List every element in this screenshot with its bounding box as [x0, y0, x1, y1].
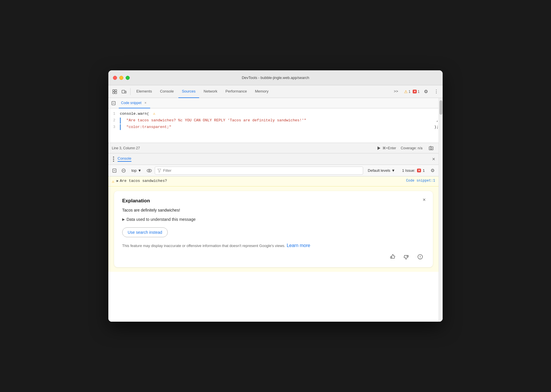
console-settings-icon[interactable]: ⚙	[429, 167, 436, 174]
clear-console-icon[interactable]	[120, 167, 127, 174]
error-count: 1	[418, 90, 420, 94]
filter-input[interactable]	[163, 168, 361, 173]
svg-rect-18	[407, 255, 408, 257]
warning-badge: ⚠ 1	[404, 89, 411, 94]
tab-sources[interactable]: Sources	[178, 85, 199, 98]
explanation-title: Explanation	[122, 198, 425, 204]
svg-rect-4	[122, 90, 125, 93]
console-close-icon[interactable]: ×	[432, 157, 435, 162]
error-icon: ✕	[413, 90, 417, 93]
line-comma-2: ,	[436, 118, 439, 124]
default-levels-button[interactable]: Default levels ▼	[365, 167, 398, 174]
svg-rect-3	[115, 92, 117, 94]
console-header: Console ×	[108, 153, 439, 165]
svg-rect-5	[125, 91, 126, 93]
data-used-row[interactable]: ▶ Data used to understand this message	[122, 217, 425, 222]
explanation-card: Explanation Tacos are definitely sandwic…	[114, 191, 433, 267]
code-editor[interactable]: 1 console.warn( ⚠ 2 "Are tacos sandwiche…	[108, 108, 439, 143]
disclaimer-area: This feature may display inaccurate or o…	[122, 243, 425, 260]
main-content-wrap: Code snippet × 1 console.warn( ⚠ 2 "Are …	[108, 98, 443, 322]
indent-bar-2	[120, 118, 121, 124]
tab-performance[interactable]: Performance	[222, 85, 250, 98]
default-levels-dropdown-icon: ▼	[391, 168, 395, 173]
code-line-3: 3 "color:transparent;");	[108, 124, 439, 131]
snippet-panel-icon	[111, 100, 116, 106]
warn-source-link[interactable]: Code snippet:1	[406, 179, 435, 183]
code-line-2: 2 "Are tacos sandwiches? %c YOU CAN ONLY…	[108, 117, 439, 124]
line-number-2: 2	[108, 118, 120, 123]
eye-filter-icon[interactable]	[146, 167, 153, 174]
tab-network[interactable]: Network	[200, 85, 221, 98]
run-shortcut: ⌘+Enter	[382, 146, 396, 150]
warning-count: 1	[409, 90, 411, 94]
console-content: ⚠ ▶ Are tacos sandwiches? Code snippet:1…	[108, 176, 439, 322]
run-button[interactable]: ⌘+Enter	[377, 146, 396, 150]
line-content-2: "Are tacos sandwiches? %c YOU CAN ONLY R…	[122, 118, 436, 124]
explanation-close-button[interactable]: ×	[420, 196, 428, 204]
data-used-arrow: ▶	[122, 217, 125, 221]
context-label: top	[131, 168, 137, 173]
line-content-1: console.warn( ⚠	[120, 111, 439, 117]
toolbar-separator	[130, 88, 131, 95]
console-panel-icon[interactable]	[111, 167, 118, 174]
toolbar-right: >> ⚠ 1 ✕ 1 ⚙ ⋮	[390, 85, 440, 98]
snippet-tab[interactable]: Code snippet ×	[119, 98, 150, 108]
console-section: Console ×	[108, 153, 439, 322]
thumbs-up-button[interactable]	[388, 252, 397, 261]
line-number-3: 3	[108, 124, 120, 130]
svg-rect-1	[113, 92, 114, 94]
devtools-panel: Elements Console Sources Network Perform…	[108, 85, 443, 322]
console-warn-row[interactable]: ⚠ ▶ Are tacos sandwiches? Code snippet:1	[108, 176, 439, 186]
close-button[interactable]	[113, 76, 117, 80]
issues-badge: 1 Issue: ✕ 1	[400, 168, 427, 173]
disclaimer-text: This feature may display inaccurate or o…	[122, 244, 285, 248]
screenshot-icon[interactable]	[427, 144, 435, 152]
inspect-icon[interactable]	[111, 88, 119, 96]
settings-icon[interactable]: ⚙	[422, 88, 430, 96]
tab-console[interactable]: Console	[156, 85, 177, 98]
status-bar-right: ⌘+Enter Coverage: n/a	[377, 144, 435, 152]
more-options-icon[interactable]: ⋮	[432, 88, 440, 96]
context-selector[interactable]: top ▼	[129, 167, 144, 174]
context-dropdown-icon: ▼	[138, 168, 141, 173]
status-bar: Line 3, Column 27 ⌘+Enter Coverage: n/a	[108, 143, 439, 153]
dot-2	[113, 159, 114, 160]
maximize-button[interactable]	[126, 76, 130, 80]
use-search-button[interactable]: Use search instead	[122, 227, 168, 237]
warn-icon-inline: ⚠	[153, 112, 155, 116]
issues-error-icon: ✕	[417, 169, 421, 172]
title-bar: DevTools - bubble-jingle.web.app/search	[108, 70, 443, 85]
indent-bar-3	[120, 124, 121, 130]
warn-expand-arrow[interactable]: ▶	[116, 179, 118, 183]
thumbs-down-button[interactable]	[402, 252, 411, 261]
snippet-tab-close[interactable]: ×	[143, 101, 148, 105]
line-content-3: "color:transparent;"	[122, 124, 434, 130]
svg-point-21	[420, 258, 420, 258]
dot-1	[113, 157, 114, 158]
console-drag-handle[interactable]	[112, 155, 115, 163]
main-content: Code snippet × 1 console.warn( ⚠ 2 "Are …	[108, 98, 439, 322]
explanation-area: Explanation Tacos are definitely sandwic…	[108, 186, 439, 272]
traffic-lights	[113, 76, 130, 80]
tab-elements[interactable]: Elements	[133, 85, 155, 98]
warning-icon: ⚠	[404, 89, 408, 94]
window-title: DevTools - bubble-jingle.web.app/search	[242, 76, 309, 80]
data-used-label: Data used to understand this message	[127, 217, 196, 222]
cursor-position: Line 3, Column 27	[112, 146, 140, 150]
learn-more-link[interactable]: Learn more	[287, 243, 310, 248]
console-tab-label[interactable]: Console	[118, 156, 131, 162]
report-button[interactable]	[416, 252, 425, 261]
minimize-button[interactable]	[119, 76, 123, 80]
tab-memory[interactable]: Memory	[252, 85, 272, 98]
svg-point-16	[148, 170, 150, 171]
more-tabs-button[interactable]: >>	[390, 85, 401, 98]
svg-point-9	[430, 148, 432, 149]
svg-point-15	[147, 169, 152, 172]
line-paren-3: );	[434, 124, 439, 130]
device-toggle-icon[interactable]	[120, 88, 128, 96]
scrollbar-track[interactable]	[439, 98, 443, 322]
coverage-label: Coverage: n/a	[401, 146, 422, 150]
console-toolbar: top ▼	[108, 165, 439, 176]
svg-rect-17	[390, 257, 392, 258]
scrollbar-thumb[interactable]	[439, 100, 442, 115]
